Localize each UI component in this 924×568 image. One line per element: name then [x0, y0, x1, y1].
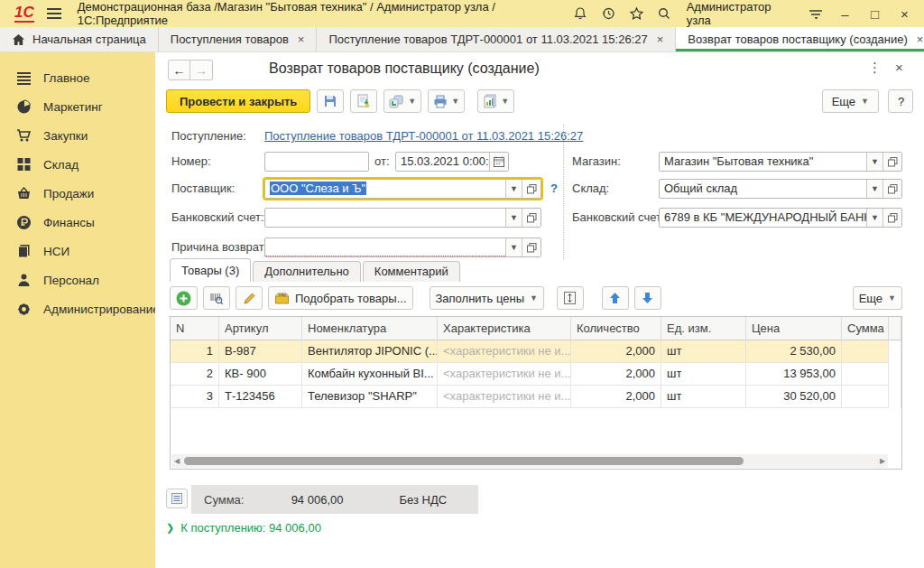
- cell-n[interactable]: 3: [171, 386, 219, 408]
- pick-goods-button[interactable]: Подобрать товары...: [268, 286, 413, 310]
- col-sum[interactable]: Сумма: [842, 317, 889, 340]
- cell-sum[interactable]: [842, 363, 889, 386]
- tab-comment[interactable]: Комментарий: [363, 261, 460, 282]
- sidebar-item-warehouse[interactable]: Склад: [0, 150, 155, 179]
- sidebar-item-personnel[interactable]: Персонал: [0, 265, 155, 294]
- col-characteristic[interactable]: Характеристика: [438, 317, 571, 340]
- expand-rows-button[interactable]: [557, 286, 584, 310]
- move-row-down-button[interactable]: [634, 286, 661, 310]
- cell-article[interactable]: КВ- 900: [219, 363, 302, 386]
- date-field[interactable]: 15.03.2021 0:00:00: [395, 152, 509, 172]
- cell-quantity[interactable]: 2,000: [571, 363, 661, 386]
- scrollbar-thumb[interactable]: [184, 457, 744, 465]
- bank-account2-open-icon[interactable]: [882, 209, 901, 227]
- table-row[interactable]: 3 Т-123456 Телевизор "SHARP" <характерис…: [171, 386, 901, 408]
- search-icon[interactable]: [657, 5, 672, 22]
- cell-article[interactable]: Т-123456: [219, 386, 302, 408]
- totals-list-button[interactable]: [166, 489, 188, 508]
- sidebar-item-nsi[interactable]: НСИ: [0, 237, 155, 265]
- store-open-icon[interactable]: [882, 153, 901, 171]
- help-button[interactable]: ?: [888, 89, 913, 113]
- cell-n[interactable]: 2: [171, 363, 219, 386]
- table-row[interactable]: 2 КВ- 900 Комбайн кухонный BI... <характ…: [171, 363, 901, 386]
- scroll-left-icon[interactable]: ◀: [171, 457, 182, 465]
- fill-prices-button[interactable]: Заполнить цены ▼: [430, 286, 544, 310]
- barcode-scan-button[interactable]: [203, 286, 230, 310]
- col-n[interactable]: N: [171, 317, 219, 340]
- reports-button[interactable]: ▼: [477, 89, 514, 113]
- sidebar-item-sales[interactable]: Продажи: [0, 179, 155, 208]
- main-menu-icon[interactable]: [47, 8, 61, 19]
- history-icon[interactable]: [600, 5, 615, 22]
- favorites-star-icon[interactable]: [628, 5, 643, 22]
- cell-price[interactable]: 13 953,00: [746, 363, 842, 386]
- post-and-close-button[interactable]: Провести и закрыть: [166, 89, 310, 113]
- bank-account-open-icon[interactable]: [522, 209, 541, 227]
- maximize-button[interactable]: □: [866, 6, 883, 22]
- close-tab-icon[interactable]: ×: [298, 33, 305, 46]
- sidebar-item-administration[interactable]: Администрирование: [0, 294, 155, 323]
- to-receipt-expander[interactable]: ❯ К поступлению: 94 006,00: [166, 521, 321, 535]
- cell-unit[interactable]: шт: [661, 386, 746, 408]
- add-row-button[interactable]: [170, 286, 198, 310]
- warehouse-field[interactable]: Общий склад ▼: [659, 179, 902, 199]
- minimize-button[interactable]: –: [836, 6, 854, 22]
- notifications-bell-icon[interactable]: [572, 5, 587, 22]
- edit-row-button[interactable]: [236, 286, 263, 310]
- number-field[interactable]: [264, 152, 369, 172]
- form-menu-dots-icon[interactable]: ⋮: [868, 60, 882, 76]
- tab-goods[interactable]: Товары (3): [170, 258, 251, 282]
- close-tab-icon[interactable]: ×: [657, 33, 664, 46]
- post-document-button[interactable]: [350, 89, 377, 113]
- more-button[interactable]: Еще ▼: [822, 89, 879, 113]
- col-unit[interactable]: Ед. изм.: [661, 317, 746, 340]
- print-button[interactable]: ▼: [428, 89, 465, 113]
- close-window-button[interactable]: ×: [896, 6, 913, 22]
- sidebar-item-finance[interactable]: Финансы: [0, 208, 155, 237]
- tab-goods-receipts-list[interactable]: Поступления товаров ×: [159, 27, 318, 51]
- col-quantity[interactable]: Количество: [571, 317, 661, 340]
- supplier-dropdown-icon[interactable]: ▼: [505, 180, 522, 198]
- bank-account-field[interactable]: ▼: [264, 208, 541, 228]
- cell-unit[interactable]: шт: [661, 340, 746, 363]
- calendar-icon[interactable]: [489, 153, 508, 171]
- cell-nomenclature[interactable]: Комбайн кухонный BI...: [302, 363, 438, 386]
- cell-unit[interactable]: шт: [661, 363, 746, 386]
- cell-n[interactable]: 1: [171, 340, 219, 363]
- supplier-field[interactable]: ООО "Слеза и Ъ" ▼: [264, 179, 541, 199]
- cell-article[interactable]: В-987: [219, 340, 302, 363]
- cell-characteristic[interactable]: <характеристики не и...: [438, 386, 571, 408]
- close-tab-icon[interactable]: ×: [917, 33, 924, 46]
- tab-home[interactable]: Начальная страница: [0, 27, 159, 51]
- form-close-icon[interactable]: ×: [895, 60, 903, 75]
- bank-account2-dropdown-icon[interactable]: ▼: [866, 209, 882, 227]
- supplier-open-icon[interactable]: [522, 180, 541, 198]
- return-reason-dropdown-icon[interactable]: ▼: [505, 238, 522, 256]
- tab-return-to-supplier[interactable]: Возврат товаров поставщику (создание) ×: [676, 27, 924, 51]
- cell-price[interactable]: 30 520,00: [746, 386, 842, 408]
- cell-characteristic[interactable]: <характеристики не и...: [438, 363, 571, 386]
- sidebar-item-main[interactable]: Главное: [0, 63, 155, 92]
- cell-sum[interactable]: [842, 386, 889, 408]
- current-user[interactable]: Администратор узла: [687, 0, 793, 27]
- return-reason-field[interactable]: ▼: [264, 237, 541, 257]
- bank-account-dropdown-icon[interactable]: ▼: [505, 209, 522, 227]
- col-price[interactable]: Цена: [746, 317, 842, 340]
- table-row[interactable]: 1 В-987 Вентилятор JIPONIC (... <характе…: [171, 340, 901, 363]
- bank-account2-field[interactable]: 6789 в КБ "МЕЖДУНАРОДНЫЙ БАНК РА ▼: [659, 208, 902, 228]
- warehouse-dropdown-icon[interactable]: ▼: [866, 180, 882, 198]
- back-arrow-button[interactable]: ←: [168, 60, 190, 80]
- tab-goods-receipt-document[interactable]: Поступление товаров ТДРТ-000001 от 11.03…: [317, 27, 676, 51]
- supplier-help-icon[interactable]: ?: [550, 179, 558, 199]
- cell-sum[interactable]: [842, 340, 889, 363]
- cell-quantity[interactable]: 2,000: [571, 386, 661, 408]
- save-button[interactable]: [317, 89, 344, 113]
- horizontal-scrollbar[interactable]: ◀ ▶: [171, 454, 888, 468]
- store-field[interactable]: Магазин "Бытовая техника" ▼: [659, 152, 902, 172]
- col-article[interactable]: Артикул: [219, 317, 302, 340]
- cell-quantity[interactable]: 2,000: [571, 340, 661, 363]
- return-reason-open-icon[interactable]: [522, 238, 541, 256]
- tab-additional[interactable]: Дополнительно: [253, 261, 361, 282]
- cell-nomenclature[interactable]: Вентилятор JIPONIC (...: [302, 340, 438, 363]
- sidebar-item-purchases[interactable]: Закупки: [0, 121, 155, 150]
